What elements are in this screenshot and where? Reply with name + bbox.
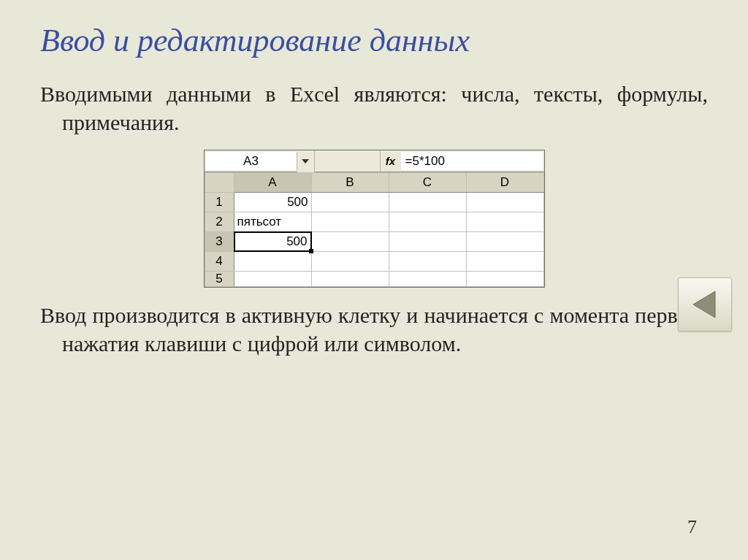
cell[interactable]: 500	[234, 193, 311, 212]
cell[interactable]	[466, 252, 543, 272]
name-box[interactable]: A3	[206, 152, 297, 170]
cell[interactable]	[389, 252, 466, 272]
excel-window: A3 fx =5*100 ABCD15002пятьсот350045	[204, 150, 545, 288]
column-header[interactable]: D	[466, 173, 543, 193]
cell[interactable]: 500	[234, 232, 311, 252]
slide-title: Ввод и редактирование данных	[40, 22, 708, 59]
column-header[interactable]: C	[389, 173, 466, 193]
row-header[interactable]: 3	[205, 232, 234, 252]
formula-bar-spacer	[315, 150, 381, 172]
cell[interactable]: пятьсот	[234, 212, 311, 232]
page-number: 7	[687, 516, 697, 538]
column-header[interactable]: A	[234, 173, 311, 193]
spreadsheet-grid: ABCD15002пятьсот350045	[205, 172, 544, 287]
select-all-corner[interactable]	[205, 173, 234, 193]
formula-input[interactable]: =5*100	[401, 152, 543, 170]
cell[interactable]	[466, 272, 543, 287]
cell[interactable]	[389, 272, 466, 287]
fx-button[interactable]: fx	[381, 150, 401, 172]
fill-handle[interactable]	[309, 249, 313, 253]
row-header[interactable]: 2	[205, 212, 234, 232]
cell[interactable]	[389, 193, 466, 212]
row-header[interactable]: 4	[205, 252, 234, 272]
cell[interactable]	[466, 232, 543, 252]
back-button[interactable]	[678, 277, 732, 331]
cell[interactable]	[466, 212, 543, 232]
slide: Ввод и редактирование данных Вводимыми д…	[0, 0, 748, 560]
cell[interactable]	[311, 212, 389, 232]
column-header[interactable]: B	[311, 173, 389, 193]
paragraph-2: Ввод производится в активную клетку и на…	[40, 301, 708, 358]
paragraph-1: Вводимыми данными в Excel являются: числ…	[40, 80, 708, 137]
chevron-down-icon	[302, 159, 309, 164]
cell[interactable]	[311, 193, 389, 212]
cell[interactable]	[234, 272, 311, 287]
excel-screenshot: A3 fx =5*100 ABCD15002пятьсот350045	[40, 150, 708, 288]
triangle-left-icon	[689, 288, 721, 321]
cell[interactable]	[311, 232, 389, 252]
cell[interactable]	[311, 252, 389, 272]
cell[interactable]	[234, 252, 311, 272]
formula-bar: A3 fx =5*100	[205, 150, 544, 172]
cell[interactable]	[389, 232, 466, 252]
name-box-dropdown[interactable]	[297, 150, 315, 172]
row-header[interactable]: 5	[205, 272, 234, 287]
cell[interactable]	[311, 272, 389, 287]
cell[interactable]	[466, 193, 543, 212]
row-header[interactable]: 1	[205, 193, 234, 212]
cell[interactable]	[389, 212, 466, 232]
